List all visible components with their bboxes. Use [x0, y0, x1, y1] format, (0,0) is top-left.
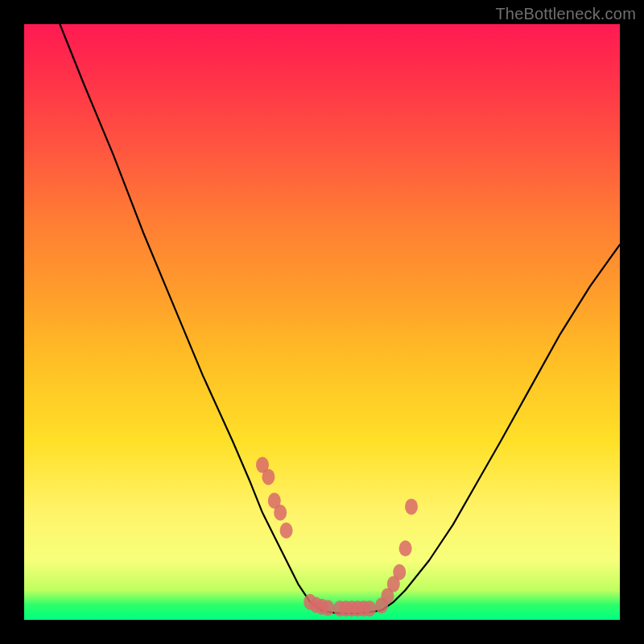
bottleneck-curve: [60, 24, 620, 613]
marker-point: [274, 505, 287, 521]
marker-group: [256, 457, 418, 617]
marker-point: [262, 469, 275, 485]
chart-frame: TheBottleneck.com: [0, 0, 644, 644]
marker-point: [399, 540, 412, 556]
marker-point: [280, 522, 293, 539]
marker-point: [405, 498, 418, 514]
watermark-text: TheBottleneck.com: [495, 5, 636, 23]
marker-point: [393, 564, 406, 580]
marker-point: [363, 601, 376, 617]
plot-area: [24, 24, 620, 620]
marker-point: [321, 600, 334, 616]
chart-svg: [24, 24, 620, 620]
